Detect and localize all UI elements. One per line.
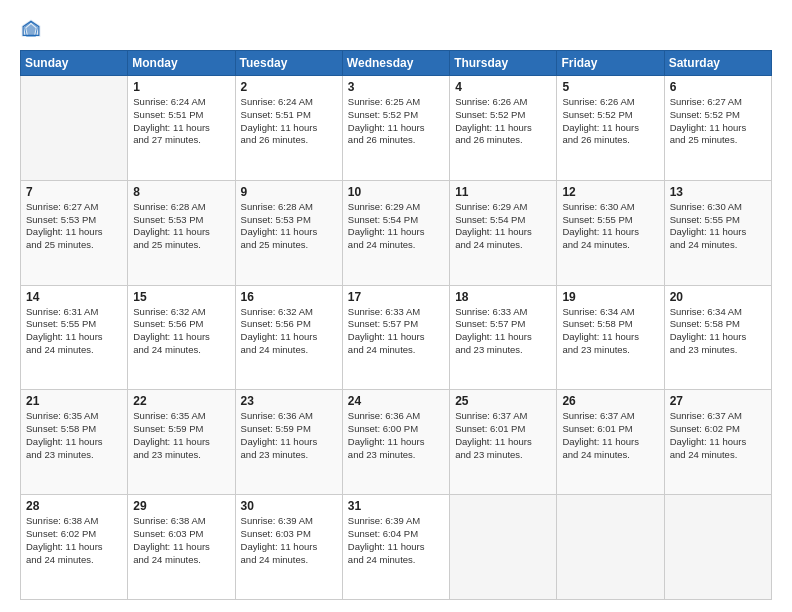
day-number: 29 [133,499,229,513]
calendar-cell: 30Sunrise: 6:39 AM Sunset: 6:03 PM Dayli… [235,495,342,600]
calendar-cell: 1Sunrise: 6:24 AM Sunset: 5:51 PM Daylig… [128,76,235,181]
cell-info: Sunrise: 6:35 AM Sunset: 5:58 PM Dayligh… [26,410,122,461]
col-header-thursday: Thursday [450,51,557,76]
calendar-cell: 17Sunrise: 6:33 AM Sunset: 5:57 PM Dayli… [342,285,449,390]
col-header-sunday: Sunday [21,51,128,76]
logo [20,18,46,40]
logo-icon [20,18,42,40]
calendar-cell: 9Sunrise: 6:28 AM Sunset: 5:53 PM Daylig… [235,180,342,285]
col-header-wednesday: Wednesday [342,51,449,76]
day-number: 1 [133,80,229,94]
calendar-cell: 23Sunrise: 6:36 AM Sunset: 5:59 PM Dayli… [235,390,342,495]
calendar-cell: 21Sunrise: 6:35 AM Sunset: 5:58 PM Dayli… [21,390,128,495]
cell-info: Sunrise: 6:37 AM Sunset: 6:01 PM Dayligh… [562,410,658,461]
calendar-cell: 24Sunrise: 6:36 AM Sunset: 6:00 PM Dayli… [342,390,449,495]
day-number: 14 [26,290,122,304]
calendar-cell: 20Sunrise: 6:34 AM Sunset: 5:58 PM Dayli… [664,285,771,390]
day-number: 21 [26,394,122,408]
cell-info: Sunrise: 6:24 AM Sunset: 5:51 PM Dayligh… [241,96,337,147]
cell-info: Sunrise: 6:34 AM Sunset: 5:58 PM Dayligh… [562,306,658,357]
day-number: 18 [455,290,551,304]
cell-info: Sunrise: 6:30 AM Sunset: 5:55 PM Dayligh… [562,201,658,252]
cell-info: Sunrise: 6:28 AM Sunset: 5:53 PM Dayligh… [241,201,337,252]
calendar-cell: 15Sunrise: 6:32 AM Sunset: 5:56 PM Dayli… [128,285,235,390]
cell-info: Sunrise: 6:26 AM Sunset: 5:52 PM Dayligh… [562,96,658,147]
calendar-cell: 4Sunrise: 6:26 AM Sunset: 5:52 PM Daylig… [450,76,557,181]
cell-info: Sunrise: 6:36 AM Sunset: 5:59 PM Dayligh… [241,410,337,461]
calendar-cell: 14Sunrise: 6:31 AM Sunset: 5:55 PM Dayli… [21,285,128,390]
calendar-cell: 11Sunrise: 6:29 AM Sunset: 5:54 PM Dayli… [450,180,557,285]
calendar-cell [557,495,664,600]
calendar-cell: 18Sunrise: 6:33 AM Sunset: 5:57 PM Dayli… [450,285,557,390]
calendar-cell: 12Sunrise: 6:30 AM Sunset: 5:55 PM Dayli… [557,180,664,285]
calendar-week-row: 21Sunrise: 6:35 AM Sunset: 5:58 PM Dayli… [21,390,772,495]
cell-info: Sunrise: 6:33 AM Sunset: 5:57 PM Dayligh… [455,306,551,357]
day-number: 8 [133,185,229,199]
calendar-week-row: 1Sunrise: 6:24 AM Sunset: 5:51 PM Daylig… [21,76,772,181]
day-number: 5 [562,80,658,94]
day-number: 7 [26,185,122,199]
header [20,18,772,40]
day-number: 31 [348,499,444,513]
day-number: 23 [241,394,337,408]
day-number: 28 [26,499,122,513]
day-number: 9 [241,185,337,199]
cell-info: Sunrise: 6:31 AM Sunset: 5:55 PM Dayligh… [26,306,122,357]
calendar-cell: 28Sunrise: 6:38 AM Sunset: 6:02 PM Dayli… [21,495,128,600]
day-number: 25 [455,394,551,408]
day-number: 16 [241,290,337,304]
calendar-cell: 27Sunrise: 6:37 AM Sunset: 6:02 PM Dayli… [664,390,771,495]
cell-info: Sunrise: 6:25 AM Sunset: 5:52 PM Dayligh… [348,96,444,147]
day-number: 3 [348,80,444,94]
day-number: 27 [670,394,766,408]
day-number: 2 [241,80,337,94]
day-number: 24 [348,394,444,408]
cell-info: Sunrise: 6:35 AM Sunset: 5:59 PM Dayligh… [133,410,229,461]
calendar-cell: 10Sunrise: 6:29 AM Sunset: 5:54 PM Dayli… [342,180,449,285]
calendar-cell: 19Sunrise: 6:34 AM Sunset: 5:58 PM Dayli… [557,285,664,390]
cell-info: Sunrise: 6:33 AM Sunset: 5:57 PM Dayligh… [348,306,444,357]
calendar-cell: 25Sunrise: 6:37 AM Sunset: 6:01 PM Dayli… [450,390,557,495]
cell-info: Sunrise: 6:27 AM Sunset: 5:53 PM Dayligh… [26,201,122,252]
cell-info: Sunrise: 6:38 AM Sunset: 6:02 PM Dayligh… [26,515,122,566]
calendar-cell: 7Sunrise: 6:27 AM Sunset: 5:53 PM Daylig… [21,180,128,285]
cell-info: Sunrise: 6:37 AM Sunset: 6:02 PM Dayligh… [670,410,766,461]
calendar-cell [21,76,128,181]
calendar-cell: 31Sunrise: 6:39 AM Sunset: 6:04 PM Dayli… [342,495,449,600]
col-header-monday: Monday [128,51,235,76]
calendar-cell: 29Sunrise: 6:38 AM Sunset: 6:03 PM Dayli… [128,495,235,600]
calendar-week-row: 14Sunrise: 6:31 AM Sunset: 5:55 PM Dayli… [21,285,772,390]
cell-info: Sunrise: 6:36 AM Sunset: 6:00 PM Dayligh… [348,410,444,461]
calendar-cell: 2Sunrise: 6:24 AM Sunset: 5:51 PM Daylig… [235,76,342,181]
calendar-cell: 13Sunrise: 6:30 AM Sunset: 5:55 PM Dayli… [664,180,771,285]
calendar-cell: 5Sunrise: 6:26 AM Sunset: 5:52 PM Daylig… [557,76,664,181]
col-header-saturday: Saturday [664,51,771,76]
cell-info: Sunrise: 6:30 AM Sunset: 5:55 PM Dayligh… [670,201,766,252]
cell-info: Sunrise: 6:29 AM Sunset: 5:54 PM Dayligh… [455,201,551,252]
calendar-cell: 6Sunrise: 6:27 AM Sunset: 5:52 PM Daylig… [664,76,771,181]
day-number: 30 [241,499,337,513]
cell-info: Sunrise: 6:24 AM Sunset: 5:51 PM Dayligh… [133,96,229,147]
calendar-cell [664,495,771,600]
day-number: 20 [670,290,766,304]
day-number: 6 [670,80,766,94]
day-number: 4 [455,80,551,94]
day-number: 17 [348,290,444,304]
calendar-cell: 3Sunrise: 6:25 AM Sunset: 5:52 PM Daylig… [342,76,449,181]
cell-info: Sunrise: 6:37 AM Sunset: 6:01 PM Dayligh… [455,410,551,461]
cell-info: Sunrise: 6:39 AM Sunset: 6:03 PM Dayligh… [241,515,337,566]
day-number: 10 [348,185,444,199]
day-number: 22 [133,394,229,408]
cell-info: Sunrise: 6:34 AM Sunset: 5:58 PM Dayligh… [670,306,766,357]
calendar-cell: 8Sunrise: 6:28 AM Sunset: 5:53 PM Daylig… [128,180,235,285]
page: SundayMondayTuesdayWednesdayThursdayFrid… [0,0,792,612]
cell-info: Sunrise: 6:29 AM Sunset: 5:54 PM Dayligh… [348,201,444,252]
calendar-cell: 16Sunrise: 6:32 AM Sunset: 5:56 PM Dayli… [235,285,342,390]
calendar-header-row: SundayMondayTuesdayWednesdayThursdayFrid… [21,51,772,76]
cell-info: Sunrise: 6:27 AM Sunset: 5:52 PM Dayligh… [670,96,766,147]
calendar-table: SundayMondayTuesdayWednesdayThursdayFrid… [20,50,772,600]
calendar-cell: 22Sunrise: 6:35 AM Sunset: 5:59 PM Dayli… [128,390,235,495]
cell-info: Sunrise: 6:26 AM Sunset: 5:52 PM Dayligh… [455,96,551,147]
day-number: 12 [562,185,658,199]
cell-info: Sunrise: 6:38 AM Sunset: 6:03 PM Dayligh… [133,515,229,566]
